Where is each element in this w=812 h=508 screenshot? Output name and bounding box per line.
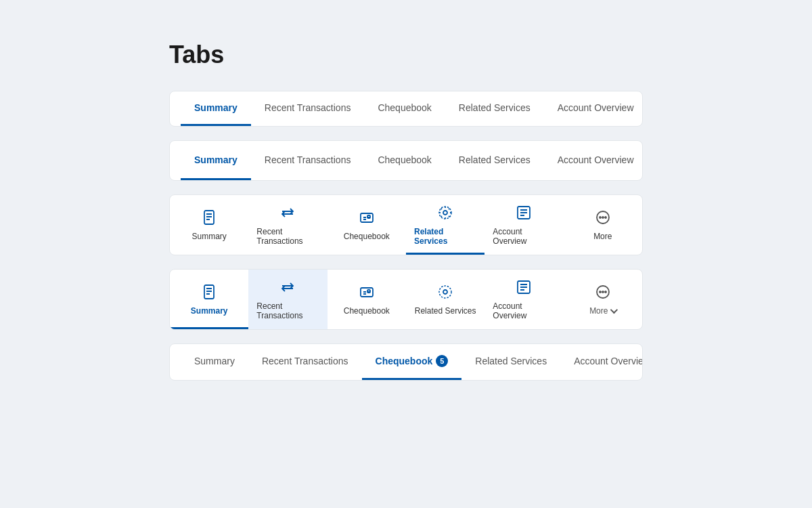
- svg-point-18: [605, 217, 606, 218]
- tab-related-v1[interactable]: Related Services: [445, 91, 544, 126]
- tab-recent-v2[interactable]: Recent Transactions: [251, 141, 365, 180]
- arrows-icon: [279, 279, 296, 297]
- tab-recent-v3[interactable]: Recent Transactions: [248, 195, 327, 255]
- list-icon: [516, 205, 532, 223]
- tab-chequebook-v1[interactable]: Chequebook: [364, 91, 445, 126]
- tab-chequebook-v5[interactable]: Chequebook 5: [362, 344, 462, 380]
- svg-rect-27: [367, 290, 370, 293]
- tabs-row-2: Summary Recent Transactions Chequebook R…: [170, 141, 642, 180]
- more-with-chevron: More: [589, 306, 616, 316]
- tab-summary-v3[interactable]: Summary: [170, 195, 248, 255]
- tab-card-variant1: Summary Recent Transactions Chequebook R…: [169, 91, 643, 127]
- cheque-icon: [359, 284, 375, 302]
- tab-account-v2[interactable]: Account Overview: [544, 141, 643, 180]
- cheque-icon: [359, 209, 375, 228]
- tabs-row-5: Summary Recent Transactions Chequebook 5…: [170, 344, 642, 380]
- tab-more-v3[interactable]: More: [564, 195, 642, 255]
- chequebook-label-row: Chequebook 5: [376, 355, 449, 367]
- more-circle-icon: [595, 209, 611, 228]
- doc-icon: [201, 284, 217, 302]
- tab-recent-v4[interactable]: Recent Transactions: [248, 270, 327, 329]
- tab-label: Related Services: [414, 227, 476, 246]
- more-label: More: [589, 306, 608, 316]
- tab-label: Recent Transactions: [256, 227, 319, 246]
- tab-label: Recent Transactions: [256, 301, 319, 320]
- tab-summary-v5[interactable]: Summary: [181, 344, 248, 380]
- tab-label: Chequebook: [344, 306, 390, 316]
- tab-related-v5[interactable]: Related Services: [461, 344, 560, 380]
- tab-label: Account Overview: [493, 301, 555, 320]
- arrows-icon: [279, 205, 296, 223]
- list-icon: [516, 279, 532, 297]
- tab-label: Summary: [191, 232, 226, 241]
- tab-label: Related Services: [415, 306, 476, 316]
- tab-recent-v1[interactable]: Recent Transactions: [251, 91, 365, 126]
- chequebook-label: Chequebook: [376, 356, 433, 366]
- svg-point-16: [600, 217, 601, 218]
- svg-rect-0: [204, 211, 214, 224]
- more-circle-icon: [595, 284, 611, 302]
- tab-account-v3[interactable]: Account Overview: [484, 195, 563, 255]
- tab-chequebook-v2[interactable]: Chequebook: [364, 141, 445, 180]
- page-title: Tabs: [169, 41, 643, 69]
- tab-label: Account Overview: [493, 227, 555, 246]
- svg-point-36: [602, 291, 604, 293]
- tab-account-v5[interactable]: Account Overview: [560, 344, 643, 380]
- tab-recent-v5[interactable]: Recent Transactions: [248, 344, 362, 380]
- svg-rect-4: [361, 213, 373, 222]
- tabs-row-3: Summary Recent Transactions: [170, 195, 642, 255]
- tab-related-v4[interactable]: Related Services: [406, 270, 484, 329]
- svg-point-35: [600, 291, 601, 293]
- svg-point-29: [439, 286, 451, 298]
- tab-chequebook-v3[interactable]: Chequebook: [328, 195, 406, 255]
- svg-rect-19: [204, 285, 214, 299]
- tab-label: Summary: [191, 306, 228, 316]
- tab-summary-v2[interactable]: Summary: [181, 141, 251, 180]
- svg-rect-8: [367, 215, 370, 218]
- gear-icon: [437, 284, 453, 302]
- tabs-row-1: Summary Recent Transactions Chequebook R…: [170, 91, 642, 126]
- svg-point-37: [605, 291, 606, 293]
- svg-point-17: [602, 217, 604, 218]
- svg-rect-23: [361, 288, 373, 297]
- gear-icon: [437, 205, 453, 223]
- tab-account-v4[interactable]: Account Overview: [484, 270, 563, 329]
- tab-card-variant3: Summary Recent Transactions: [169, 194, 643, 255]
- tab-related-v3[interactable]: Related Services: [406, 195, 484, 255]
- svg-point-28: [443, 290, 447, 294]
- tab-card-variant5: Summary Recent Transactions Chequebook 5…: [169, 343, 643, 381]
- tab-account-v1[interactable]: Account Overview: [544, 91, 643, 126]
- tab-related-v2[interactable]: Related Services: [445, 141, 544, 180]
- tab-card-variant2: Summary Recent Transactions Chequebook R…: [169, 140, 643, 181]
- tabs-row-4: Summary Recent Transactions: [170, 270, 642, 329]
- doc-icon: [201, 209, 217, 228]
- tab-summary-v1[interactable]: Summary: [181, 91, 251, 126]
- tab-label: More: [593, 232, 612, 241]
- tab-summary-v4[interactable]: Summary: [170, 270, 248, 329]
- tab-chequebook-v4[interactable]: Chequebook: [328, 270, 406, 329]
- tab-card-variant4: Summary Recent Transactions: [169, 269, 643, 330]
- chequebook-badge: 5: [436, 355, 448, 367]
- tab-label: Chequebook: [344, 232, 390, 241]
- svg-point-9: [443, 211, 447, 215]
- chevron-down-icon: [610, 306, 618, 314]
- tab-more-v4[interactable]: More: [564, 270, 642, 329]
- page-content: Tabs Summary Recent Transactions Chequeb…: [169, 41, 643, 394]
